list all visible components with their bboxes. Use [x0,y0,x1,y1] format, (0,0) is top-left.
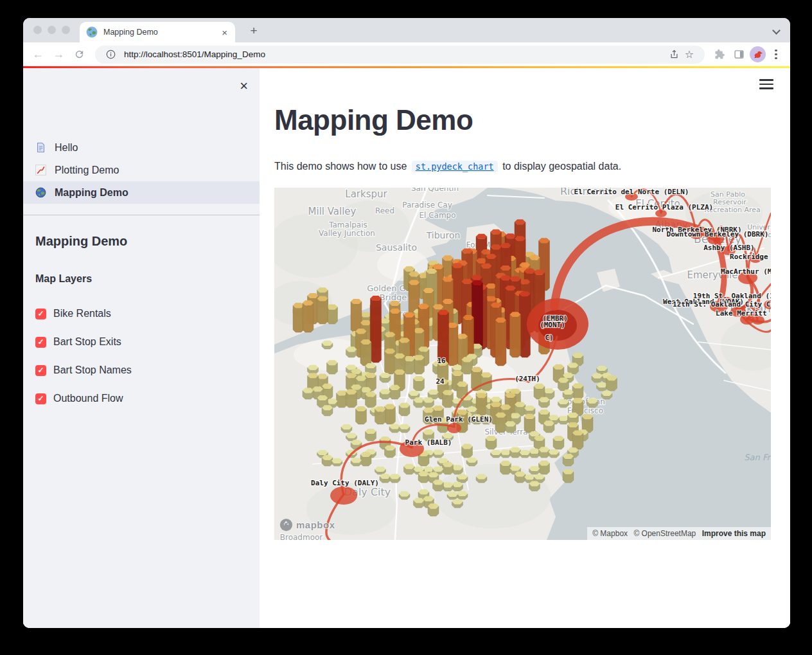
pydeck-map[interactable]: San QuentinLarkspurRichmondSan PabloRese… [274,188,771,540]
forward-button[interactable]: → [50,46,67,63]
layer-label[interactable]: Bart Stop Exits [53,336,121,348]
svg-text:24: 24 [436,377,445,386]
reload-button[interactable] [71,46,87,63]
window-zoom-button[interactable] [62,26,70,34]
profile-avatar[interactable] [750,46,766,62]
browser-tab[interactable]: Mapping Demo × [80,22,235,42]
page-info-icon[interactable] [103,47,118,62]
map-canvas: San QuentinLarkspurRichmondSan PabloRese… [274,188,771,540]
svg-text:Valley Junction: Valley Junction [319,229,375,238]
svg-text:El Cerrito del Norte (DELN): El Cerrito del Norte (DELN) [574,188,689,196]
svg-text:Broadmoor: Broadmoor [280,533,323,540]
svg-text:Rockridge (ROCK): Rockridge (ROCK) [730,253,771,261]
map-layers-heading: Map Layers [35,273,92,285]
new-tab-button[interactable]: + [245,22,262,39]
layer-row-outbound-flow: ✓Outbound Flow [35,384,132,413]
layer-label[interactable]: Bike Rentals [53,308,111,319]
window-controls [33,26,70,34]
nav-item-label: Plotting Demo [55,165,119,176]
sidebar-nav: HelloPlotting DemoMapping Demo [23,136,260,204]
sidebar-nav-item-plotting-demo[interactable]: Plotting Demo [23,159,260,181]
toolbar-right-icons [711,46,784,63]
improve-map-link[interactable]: Improve this map [702,529,766,538]
browser-tab-strip: Mapping Demo × + [23,18,790,42]
svg-text:San Quentin: San Quentin [411,188,459,193]
svg-text:El Campo: El Campo [419,211,455,220]
layer-row-bike-rentals: ✓Bike Rentals [35,300,132,328]
chart-icon [35,165,47,176]
sidebar-close-icon[interactable]: × [240,79,248,93]
svg-text:Downtown Berkeley (DBRK): Downtown Berkeley (DBRK) [667,230,769,238]
svg-text:Larkspur: Larkspur [345,188,387,200]
svg-text:Paradise Cay: Paradise Cay [402,201,452,210]
svg-text:Glen Park (GLEN): Glen Park (GLEN) [425,415,493,424]
intro-text: This demo shows how to use st.pydeck_cha… [274,161,621,172]
sidebar-nav-item-mapping-demo[interactable]: Mapping Demo [23,181,260,204]
address-bar[interactable]: http://localhost:8501/Mapping_Demo ☆ [95,46,705,64]
svg-text:El Cerrito Plaza (PLZA): El Cerrito Plaza (PLZA) [615,203,713,211]
nav-item-label: Mapping Demo [55,187,128,199]
layer-label[interactable]: Outbound Flow [53,393,123,404]
bird-icon [753,49,763,60]
page-title: Mapping Demo [274,104,473,136]
intro-suffix: to display geospatial data. [502,161,621,172]
url-text[interactable]: http://localhost:8501/Mapping_Demo [124,49,666,59]
browser-toolbar: ← → http://localhost:8501/Mapping_Demo ☆ [23,42,790,66]
svg-text:Park (BALB): Park (BALB) [405,438,452,447]
checkbox-checked-icon[interactable]: ✓ [35,309,46,319]
sidebar: × HelloPlotting DemoMapping Demo Mapping… [23,68,260,628]
main-content: Mapping Demo This demo shows how to use … [260,68,790,628]
mapbox-logo-icon [279,518,293,532]
globe-icon [35,187,47,199]
page-icon [35,142,47,154]
checkbox-checked-icon[interactable]: ✓ [35,393,46,404]
side-panel-icon[interactable] [730,46,747,63]
sidebar-divider [23,215,260,215]
mapbox-attribution-link[interactable]: © Mapbox [592,529,628,538]
reload-icon [74,49,85,60]
svg-text:Tamalpais: Tamalpais [328,220,367,229]
back-button[interactable]: ← [30,46,46,63]
svg-text:Daly City (DALY): Daly City (DALY) [311,479,379,487]
map-attribution: © Mapbox © OpenStreetMap Improve this ma… [587,527,771,540]
svg-text:Bridge: Bridge [380,292,407,302]
tab-favicon-globe-icon [86,26,98,38]
layer-checkbox-group: ✓Bike Rentals✓Bart Stop Exits✓Bart Stop … [35,300,132,413]
svg-text:MacArthur (MCAR): MacArthur (MCAR) [721,267,771,276]
streamlit-app: × HelloPlotting DemoMapping Demo Mapping… [23,68,790,628]
svg-text:(24TH): (24TH) [515,375,540,383]
app-menu-hamburger-icon[interactable] [759,79,773,89]
svg-text:Mill Valley: Mill Valley [308,206,357,217]
checkbox-checked-icon[interactable]: ✓ [35,337,46,348]
svg-text:San Francisco: San Francisco [744,453,771,462]
svg-text:Tiburon: Tiburon [426,230,461,240]
browser-menu-kebab-icon[interactable] [768,47,784,62]
mapbox-logo[interactable]: mapbox [279,518,335,532]
checkbox-checked-icon[interactable]: ✓ [35,365,46,376]
window-close-button[interactable] [33,26,42,34]
layer-label[interactable]: Bart Stop Names [53,364,132,376]
bookmark-star-icon[interactable]: ☆ [682,47,697,62]
mapbox-wordmark: mapbox [296,519,335,530]
share-icon[interactable] [666,47,682,62]
sidebar-nav-item-hello[interactable]: Hello [23,136,260,159]
osm-attribution-link[interactable]: © OpenStreetMap [633,529,696,538]
intro-prefix: This demo shows how to use [274,161,407,172]
sidebar-title: Mapping Demo [35,234,127,249]
svg-text:C): C) [545,334,553,342]
svg-text:Reed: Reed [375,206,394,215]
pydeck-chart-doc-link[interactable]: st.pydeck_chart [412,161,498,172]
extensions-puzzle-icon[interactable] [711,46,728,63]
svg-text:Sausalito: Sausalito [376,242,417,253]
nav-item-label: Hello [55,142,78,154]
window-minimize-button[interactable] [48,26,56,34]
tab-title: Mapping Demo [103,28,220,37]
svg-text:(MONT): (MONT) [540,321,565,329]
layer-row-bart-stop-names: ✓Bart Stop Names [35,356,132,384]
svg-text:12th St. Oakland City Center (: 12th St. Oakland City Center (12TH) [673,300,771,309]
layer-row-bart-stop-exits: ✓Bart Stop Exits [35,328,132,356]
svg-text:Lake Merritt (LAKE): Lake Merritt (LAKE) [716,309,771,318]
tab-search-chevron-icon[interactable] [773,27,780,33]
tab-close-icon[interactable]: × [220,26,229,39]
svg-text:Ashby (ASHB): Ashby (ASHB) [703,244,754,252]
